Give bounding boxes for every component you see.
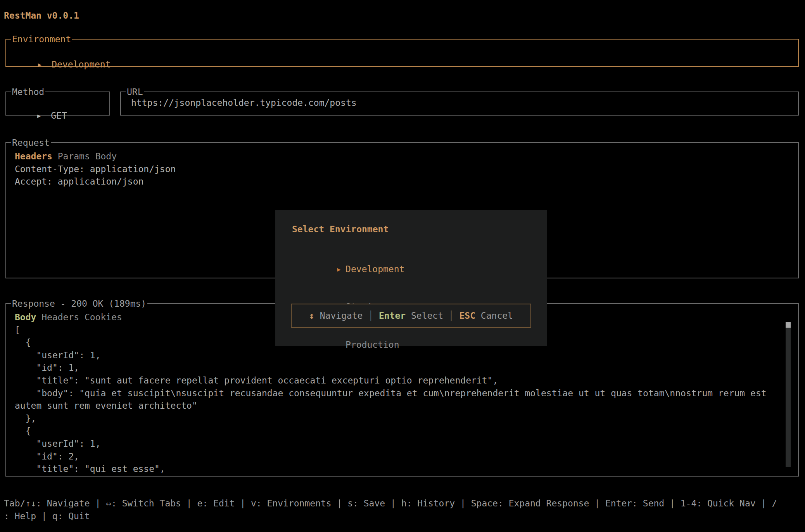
enter-key-hint: Enter <box>379 309 406 322</box>
response-status-label: Response - 200 OK (189ms) <box>11 297 147 310</box>
select-environment-dialog: Select Environment ▸Development Staging … <box>275 210 547 346</box>
request-tabs: HeadersParamsBody <box>15 150 798 163</box>
caret-right-icon: ▸ <box>36 111 41 121</box>
request-header-line: Accept: application/json <box>15 175 798 188</box>
response-tab[interactable]: Headers <box>41 311 79 324</box>
response-body-line: "userId": 1, <box>15 349 798 362</box>
environment-box-label: Environment <box>11 33 72 46</box>
request-headers-list: Content-Type: application/jsonAccept: ap… <box>15 163 798 188</box>
method-selector[interactable]: Method ▸GET <box>5 92 110 116</box>
response-tab[interactable]: Cookies <box>85 311 122 324</box>
hint-separator: │ <box>368 309 373 322</box>
request-box-label: Request <box>11 136 51 149</box>
response-body-line: "id": 1, <box>15 361 798 374</box>
response-scrollbar[interactable] <box>786 322 791 467</box>
response-body-line: }, <box>15 412 798 425</box>
method-value: GET <box>51 111 67 121</box>
navigate-updown-icon: ↕ <box>309 309 314 322</box>
response-body-line: autem sunt rem eveniet architecto" <box>15 399 798 412</box>
request-tab[interactable]: Headers <box>15 150 52 163</box>
app-title: RestMan v0.0.1 <box>4 9 79 22</box>
environment-option[interactable]: ▸Development <box>304 250 404 288</box>
environment-option-label: Development <box>345 264 404 274</box>
status-bar-line: Tab/↑↓: Navigate | ↔: Switch Tabs | e: E… <box>4 497 777 510</box>
navigate-hint: Navigate <box>320 309 363 322</box>
status-bar-line: : Help | q: Quit <box>4 510 777 523</box>
select-hint: Select <box>411 309 443 322</box>
request-tab[interactable]: Params <box>58 150 90 163</box>
url-input[interactable]: URL https://jsonplaceholder.typicode.com… <box>120 92 799 116</box>
response-body-line: "title": "qui est esse", <box>15 463 798 475</box>
environment-selected-value: Development <box>52 59 111 69</box>
request-header-line: Content-Type: application/json <box>15 163 798 176</box>
response-scrollbar-thumb[interactable] <box>786 322 791 328</box>
url-box-label: URL <box>126 86 144 98</box>
response-tab[interactable]: Body <box>15 311 36 324</box>
response-body-line: "userId": 1, <box>15 437 798 450</box>
environment-selector[interactable]: Environment ▸Development <box>5 39 799 67</box>
url-value[interactable]: https://jsonplaceholder.typicode.com/pos… <box>121 92 798 109</box>
response-body-line: { <box>15 425 798 437</box>
caret-right-icon: ▸ <box>37 59 42 69</box>
environment-option-label: Production <box>345 340 399 350</box>
dialog-title: Select Environment <box>292 223 389 236</box>
esc-key-hint: ESC <box>460 309 476 322</box>
environment-selected-row[interactable]: ▸Development <box>6 40 798 83</box>
response-body[interactable]: [ { "userId": 1, "id": 1, "title": "sunt… <box>15 324 798 475</box>
method-selected-row[interactable]: ▸GET <box>6 92 109 135</box>
response-body-line: "title": "sunt aut facere repellat provi… <box>15 374 798 387</box>
method-box-label: Method <box>11 86 45 98</box>
dialog-keyboard-hints: ↕Navigate│EnterSelect│ESCCancel <box>291 304 531 328</box>
response-body-line: "id": 2, <box>15 450 798 463</box>
status-bar: Tab/↑↓: Navigate | ↔: Switch Tabs | e: E… <box>4 497 777 522</box>
cancel-hint: Cancel <box>481 309 513 322</box>
selected-caret-icon: ▸ <box>336 263 345 276</box>
response-body-line: "body": "quia et suscipit\nsuscipit recu… <box>15 387 798 400</box>
hint-separator: │ <box>449 309 454 322</box>
environment-option[interactable]: Production <box>304 326 404 364</box>
request-tab[interactable]: Body <box>95 150 117 163</box>
